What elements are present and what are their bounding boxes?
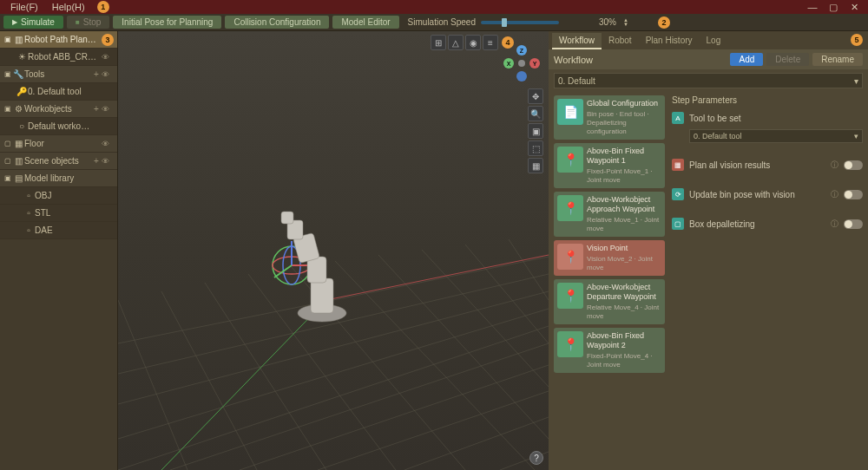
step-card[interactable]: 📍Vision PointVision Move_2 · Joint move (554, 240, 665, 276)
model-editor-button[interactable]: Model Editor (332, 16, 398, 29)
rename-button[interactable]: Rename (812, 53, 863, 66)
viewport-right-toolbar: ✥🔍▣⬚▦ (528, 88, 543, 173)
info-icon[interactable]: ⓘ (831, 189, 838, 200)
triangle-icon[interactable]: △ (448, 35, 464, 50)
param-plan-vision: ▦ Plan all vision results ⓘ (672, 157, 863, 173)
tree-scene-header[interactable]: ▢ ▥ Scene objects + 👁 (0, 153, 117, 170)
toggle-box-depal[interactable] (844, 219, 863, 229)
sim-speed-slider[interactable] (481, 21, 559, 24)
collapse-icon[interactable]: ▣ (3, 36, 12, 43)
tree-workobjects-header[interactable]: ▣ ⚙ Workobjects + 👁 (0, 101, 117, 118)
params-header: Step Parameters (672, 95, 863, 105)
visibility-icon[interactable]: 👁 (102, 70, 114, 79)
fit-icon[interactable]: ▣ (528, 123, 543, 139)
tree-tools-header[interactable]: ▣ 🔧 Tools + 👁 (0, 66, 117, 83)
axis-z-icon[interactable]: Z (516, 45, 527, 55)
help-icon[interactable]: ? (529, 451, 543, 465)
tree-obj[interactable]: ▫ OBJ (0, 187, 117, 205)
box-icon[interactable]: ⬚ (528, 140, 543, 156)
callout-badge-5: 5 (851, 34, 863, 46)
tree-default-tool[interactable]: 🔑 0. Default tool (0, 83, 117, 101)
step-card[interactable]: 📄Global ConfigurationBin pose · End tool… (554, 95, 665, 140)
svg-line-10 (118, 300, 187, 470)
visibility-icon[interactable]: 👁 (102, 157, 114, 166)
tab-workflow[interactable]: Workflow (552, 33, 602, 49)
grid2-icon[interactable]: ▦ (528, 158, 543, 173)
collapse-icon[interactable]: ▣ (3, 105, 12, 113)
toggle-plan-vision[interactable] (844, 160, 863, 170)
global-step-icon: 📄 (557, 99, 583, 125)
initial-pose-button[interactable]: Initial Pose for Planning (113, 16, 221, 29)
sim-speed-label: Simulation Speed (408, 17, 476, 27)
eye-icon[interactable]: ◉ (465, 35, 481, 50)
step-card[interactable]: 📍Above-Workobject Approach WaypointRelat… (554, 192, 665, 237)
svg-line-5 (170, 343, 549, 470)
info-icon[interactable]: ⓘ (831, 160, 838, 171)
sim-speed-thumb[interactable] (502, 18, 507, 27)
grid-icon[interactable]: ⊞ (431, 35, 446, 50)
simulate-button[interactable]: Simulate (3, 16, 63, 29)
workobject-icon: ○ (16, 121, 28, 131)
param-icon: ▢ (672, 218, 684, 230)
param-update-bin: ⟳ Update bin pose with vision ⓘ (672, 186, 863, 202)
tab-plan-history[interactable]: Plan History (639, 33, 700, 49)
collapse-icon[interactable]: ▣ (3, 174, 12, 182)
tab-robot[interactable]: Robot (602, 33, 639, 49)
tab-log[interactable]: Log (700, 33, 728, 49)
step-title: Global Configuration (587, 99, 661, 108)
step-desc: Fixed-Point Move_4 · Joint move (587, 352, 661, 369)
sim-speed-stepper[interactable]: ▲▼ (623, 18, 628, 27)
pan-icon[interactable]: ✥ (528, 88, 543, 104)
tree-floor-header[interactable]: ▢ ▦ Floor 👁 (0, 135, 117, 153)
project-tree: ▣ ▥ Robot Path Planning… 3 ☀ Robot ABB_C… (0, 31, 118, 470)
tree-modellib-header[interactable]: ▣ ▤ Model library (0, 170, 117, 187)
collapse-icon[interactable]: ▣ (3, 70, 12, 78)
menu-help[interactable]: Help(H) (45, 2, 92, 12)
axis-y-icon[interactable]: Y (529, 58, 540, 69)
param-icon: ⟳ (672, 188, 684, 200)
svg-line-21 (161, 300, 326, 470)
chevron-down-icon: ▾ (854, 132, 858, 140)
step-desc: Relative Move_1 · Joint move (587, 216, 661, 233)
workflow-header: Workflow Add Delete Rename (549, 49, 868, 69)
expand-icon[interactable]: ▢ (3, 140, 12, 147)
workflow-panel: WorkflowRobotPlan HistoryLog5 Workflow A… (549, 31, 868, 470)
add-icon[interactable]: + (91, 69, 102, 79)
toggle-update-bin[interactable] (844, 190, 863, 199)
tree-default-workobject[interactable]: ○ Default worko… (0, 118, 117, 135)
expand-icon[interactable]: ▢ (3, 157, 12, 165)
info-icon[interactable]: ⓘ (831, 219, 838, 230)
svg-rect-33 (281, 212, 293, 224)
window-close-icon[interactable]: ✕ (844, 2, 865, 13)
menu-file[interactable]: File(F) (3, 2, 45, 12)
zoom-icon[interactable]: 🔍 (528, 106, 543, 121)
stop-button[interactable]: Stop (67, 16, 109, 29)
axis-x-icon[interactable]: X (503, 58, 514, 69)
tool-select[interactable]: 0. Default tool ▾ (689, 129, 863, 143)
view-cube[interactable]: Z X Y (503, 45, 540, 82)
tree-robot[interactable]: ☀ Robot ABB_CRB_1… 👁 (0, 49, 117, 66)
visibility-icon[interactable]: 👁 (102, 140, 114, 148)
axis-bottom-icon[interactable] (516, 71, 527, 82)
collision-config-button[interactable]: Collision Configuration (225, 16, 329, 29)
param-icon: ▦ (672, 159, 684, 171)
window-minimize-icon[interactable]: — (802, 2, 823, 12)
window-maximize-icon[interactable]: ▢ (823, 2, 844, 13)
step-card[interactable]: 📍Above-Workobject Departure WaypointRela… (554, 279, 665, 324)
tree-project-root[interactable]: ▣ ▥ Robot Path Planning… 3 (0, 31, 117, 49)
svg-line-16 (378, 255, 549, 439)
tree-stl[interactable]: ▫ STL (0, 205, 117, 222)
add-icon[interactable]: + (91, 156, 102, 166)
add-button[interactable]: Add (730, 53, 763, 66)
step-card[interactable]: 📍Above-Bin Fixed Waypoint 2Fixed-Point M… (554, 328, 665, 373)
param-box-depal: ▢ Box depalletizing ⓘ (672, 216, 863, 232)
step-card[interactable]: 📍Above-Bin Fixed Waypoint 1Fixed-Point M… (554, 143, 665, 188)
workflow-select[interactable]: 0. Default ▾ (554, 73, 863, 88)
3d-viewport[interactable]: ⊞△◉≡ 4 Z X Y ✥🔍▣⬚▦ ? (118, 31, 549, 470)
list-icon[interactable]: ≡ (483, 35, 498, 50)
file-icon: ▫ (23, 191, 35, 200)
visibility-icon[interactable]: 👁 (102, 105, 114, 114)
add-icon[interactable]: + (91, 104, 102, 114)
visibility-icon[interactable]: 👁 (102, 53, 114, 62)
tree-dae[interactable]: ▫ DAE (0, 222, 117, 239)
